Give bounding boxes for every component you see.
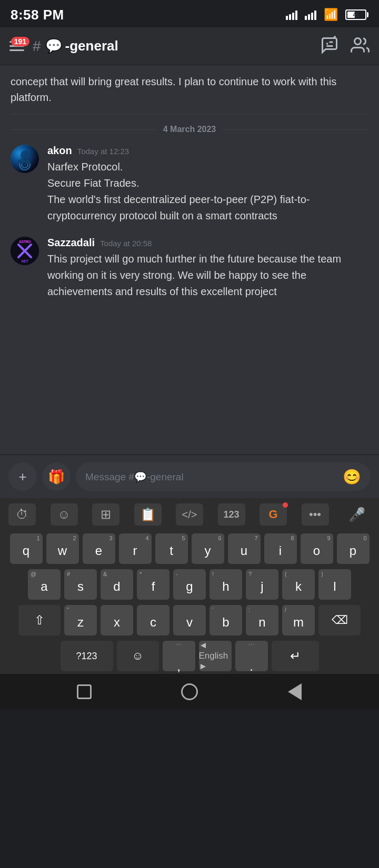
add-button[interactable]: +: [8, 462, 37, 491]
gift-icon: 🎁: [48, 469, 65, 485]
hamburger-button[interactable]: 191: [9, 41, 24, 51]
key-return[interactable]: ↵: [272, 641, 319, 671]
toolbar-mic-button[interactable]: 🎤: [343, 503, 371, 526]
toolbar-layout-button[interactable]: ⊞: [92, 503, 119, 526]
wifi-icon: 📶: [324, 8, 338, 22]
status-icons: 📶 41: [286, 8, 368, 22]
signal-icon-1: [286, 9, 297, 20]
key-f[interactable]: * f: [137, 569, 169, 600]
gift-button[interactable]: 🎁: [42, 462, 71, 491]
channel-hash-icon: #: [33, 38, 41, 55]
status-bar: 8:58 PM 📶 41: [0, 0, 379, 27]
emoji-button[interactable]: 😊: [343, 468, 361, 486]
key-shift[interactable]: ⇧: [18, 605, 61, 635]
date-divider-label: 4 March 2023: [163, 125, 216, 134]
key-i[interactable]: 8 i: [264, 533, 297, 564]
toolbar-code-button[interactable]: </>: [176, 503, 203, 526]
key-a[interactable]: @ a: [28, 569, 61, 600]
header-actions: [320, 36, 370, 57]
toolbar-grammarly-button[interactable]: G: [260, 503, 287, 526]
search-channel-icon: [320, 36, 339, 55]
key-comma[interactable]: ... ,: [163, 641, 195, 671]
chat-area: concept that will bring great results. I…: [0, 65, 379, 455]
avatar-sazzadali: ASTRO NET: [11, 237, 39, 265]
message-text-akon: Narfex Protocol. Secure Fiat Trades. The…: [47, 159, 368, 224]
toolbar-emoji-button[interactable]: ☺: [51, 503, 78, 526]
svg-point-3: [355, 38, 361, 44]
message-header-akon: akon Today at 12:23: [47, 145, 368, 157]
channel-name: -general: [65, 38, 320, 54]
key-d[interactable]: & d: [101, 569, 133, 600]
toolbar-numbers-button[interactable]: 123: [218, 503, 245, 526]
plus-icon: +: [18, 469, 26, 485]
key-v[interactable]: v: [173, 605, 206, 635]
key-m[interactable]: / m: [282, 605, 315, 635]
search-channel-button[interactable]: [320, 36, 339, 57]
smiley-icon: ☺: [57, 507, 71, 522]
key-o[interactable]: 9 o: [301, 533, 333, 564]
key-p[interactable]: 0 p: [337, 533, 370, 564]
more-dots-icon: •••: [309, 508, 321, 521]
key-n[interactable]: : n: [246, 605, 278, 635]
grid-icon: ⊞: [101, 507, 111, 522]
key-space[interactable]: ◄ English ►: [199, 641, 232, 671]
message-content-sazzadali: Sazzadali Today at 20:58 This project wi…: [47, 237, 368, 300]
toolbar-clipboard-button[interactable]: 📋: [134, 503, 162, 526]
return-icon: ↵: [290, 649, 301, 663]
previous-message-snippet: concept that will bring great results. I…: [11, 74, 368, 114]
grammarly-icon: G: [268, 508, 277, 521]
key-j[interactable]: ? j: [246, 569, 278, 600]
nav-home-button[interactable]: [174, 680, 205, 703]
key-y[interactable]: 6 y: [192, 533, 224, 564]
key-s[interactable]: # s: [64, 569, 97, 600]
key-k[interactable]: ( k: [282, 569, 315, 600]
message-content-akon: akon Today at 12:23 Narfex Protocol. Sec…: [47, 145, 368, 224]
username-akon: akon: [47, 145, 72, 157]
toolbar-more-button[interactable]: •••: [302, 503, 329, 526]
microphone-icon: 🎤: [348, 507, 365, 523]
key-g[interactable]: - g: [173, 569, 206, 600]
previous-message-text: concept that will bring great results. I…: [11, 76, 336, 103]
key-c[interactable]: c: [137, 605, 169, 635]
svg-text:ASTRO: ASTRO: [19, 240, 31, 244]
header: 191 # 💬 -general: [0, 27, 379, 65]
key-numbers-toggle[interactable]: ?123: [61, 641, 113, 671]
keyboard-row-zxcv: ⇧ " z x c v ' b : n / m ⌫: [0, 602, 379, 638]
key-w[interactable]: 2 w: [46, 533, 79, 564]
message-input-wrapper[interactable]: Message #💬-general 😊: [76, 462, 371, 491]
key-h[interactable]: ! h: [210, 569, 242, 600]
svg-text:NET: NET: [22, 259, 29, 263]
clipboard-icon: 📋: [140, 507, 156, 522]
nav-back-button[interactable]: [279, 680, 311, 703]
key-z[interactable]: " z: [64, 605, 97, 635]
message-text-sazzadali: This project will go much further in the…: [47, 251, 368, 300]
key-emoji-sm[interactable]: ☺: [117, 641, 159, 671]
key-q[interactable]: 1 q: [10, 533, 43, 564]
key-u[interactable]: 7 u: [228, 533, 261, 564]
backspace-icon: ⌫: [332, 613, 348, 627]
date-divider: 4 March 2023: [11, 125, 368, 134]
key-x[interactable]: x: [101, 605, 133, 635]
shift-icon: ⇧: [34, 613, 45, 628]
key-l[interactable]: ) l: [318, 569, 351, 600]
nav-square-button[interactable]: [68, 680, 100, 703]
numbers-icon: 123: [223, 509, 239, 520]
keyboard: 1 q 2 w 3 e 4 r 5 t 6 y 7 u 8 i: [0, 531, 379, 674]
nav-bar: [0, 674, 379, 710]
space-label: ◄ English ►: [199, 640, 232, 672]
key-e[interactable]: 3 e: [83, 533, 115, 564]
code-icon: </>: [182, 509, 197, 521]
members-button[interactable]: [351, 36, 370, 57]
key-backspace[interactable]: ⌫: [318, 605, 361, 635]
message-sazzadali: ASTRO NET Sazzadali Today at 20:58 This …: [11, 237, 368, 300]
key-b[interactable]: ' b: [210, 605, 242, 635]
username-sazzadali: Sazzadali: [47, 237, 95, 249]
key-r[interactable]: 4 r: [119, 533, 152, 564]
key-period[interactable]: ... .: [235, 641, 268, 671]
key-t[interactable]: 5 t: [155, 533, 188, 564]
emoji-sm-icon: ☺: [132, 649, 143, 663]
keyboard-row-bottom: ?123 ☺ ... , ◄ English ► ... . ↵: [0, 638, 379, 674]
toolbar-timer-button[interactable]: ⏱: [8, 503, 36, 526]
timer-icon: ⏱: [16, 507, 28, 522]
avatar-akon: [11, 145, 39, 173]
